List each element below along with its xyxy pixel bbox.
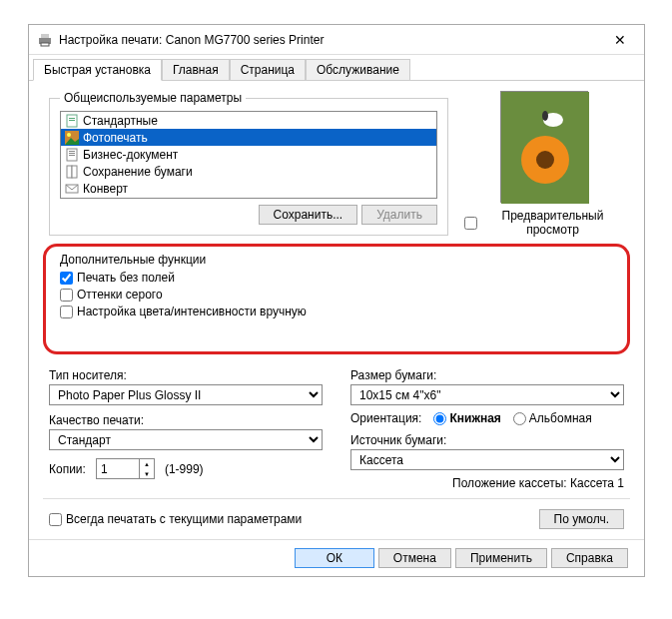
always-print-checkbox[interactable] xyxy=(49,513,62,526)
portrait-radio[interactable] xyxy=(433,412,446,425)
delete-profile-button[interactable]: Удалить xyxy=(361,205,437,225)
copies-label: Копии: xyxy=(49,462,86,476)
ok-button[interactable]: ОК xyxy=(295,548,374,568)
preview-thumbnail xyxy=(500,91,588,203)
printer-icon xyxy=(37,32,53,48)
svg-point-7 xyxy=(67,133,71,137)
quality-label: Качество печати: xyxy=(49,413,323,427)
preview-checkbox-row[interactable]: Предварительный просмотр xyxy=(464,209,624,237)
preview-column: Предварительный просмотр xyxy=(464,91,624,240)
list-item-label: Сохранение бумаги xyxy=(83,165,193,179)
tab-maintenance[interactable]: Обслуживание xyxy=(306,59,410,80)
quality-select[interactable]: Стандарт xyxy=(49,429,323,450)
copies-input[interactable] xyxy=(97,459,139,478)
apply-button[interactable]: Применить xyxy=(455,548,547,568)
manual-color-checkbox[interactable] xyxy=(60,306,73,318)
list-item[interactable]: Бизнес-документ xyxy=(61,146,436,163)
landscape-radio[interactable] xyxy=(513,412,526,425)
cassette-status: Положение кассеты: Кассета 1 xyxy=(350,476,624,490)
svg-rect-5 xyxy=(69,120,75,121)
tab-page[interactable]: Страница xyxy=(230,59,306,80)
copies-spinner[interactable]: ▲▼ xyxy=(96,458,155,479)
separator xyxy=(43,498,630,499)
preview-checkbox-label: Предварительный просмотр xyxy=(481,209,624,237)
envelope-icon xyxy=(65,182,79,196)
svg-rect-2 xyxy=(41,43,49,46)
orientation-label: Ориентация: xyxy=(350,411,421,425)
landscape-radio-row[interactable]: Альбомная xyxy=(513,411,592,425)
svg-rect-1 xyxy=(41,34,49,38)
paper-size-label: Размер бумаги: xyxy=(350,368,624,382)
svg-rect-10 xyxy=(69,153,75,154)
profiles-listbox[interactable]: Стандартные Фотопечать Бизнес-документ xyxy=(60,111,437,199)
list-item-label: Конверт xyxy=(83,182,128,196)
borderless-checkbox[interactable] xyxy=(60,272,73,285)
additional-features-group: Дополнительные функции Печать без полей … xyxy=(43,244,630,354)
tab-quick-setup[interactable]: Быстрая установка xyxy=(33,59,162,81)
svg-rect-11 xyxy=(69,155,75,156)
profiles-fieldset: Общеиспользуемые параметры Стандартные Ф… xyxy=(49,91,448,236)
preview-checkbox[interactable] xyxy=(464,217,477,230)
tab-content: Общеиспользуемые параметры Стандартные Ф… xyxy=(29,81,644,539)
document-icon xyxy=(65,114,79,128)
list-item-label: Фотопечать xyxy=(83,131,148,145)
defaults-button[interactable]: По умолч. xyxy=(539,509,624,529)
list-item-label: Стандартные xyxy=(83,114,158,128)
feature-checkbox-row[interactable]: Настройка цвета/интенсивности вручную xyxy=(60,305,613,318)
help-button[interactable]: Справка xyxy=(551,548,628,568)
dialog-footer: ОК Отмена Применить Справка xyxy=(29,539,644,576)
paper-save-icon xyxy=(65,165,79,179)
svg-rect-4 xyxy=(69,118,75,119)
feature-label: Оттенки серого xyxy=(77,288,163,302)
svg-rect-12 xyxy=(67,166,72,178)
feature-checkbox-row[interactable]: Оттенки серого xyxy=(60,288,613,302)
svg-point-17 xyxy=(536,151,554,169)
cancel-button[interactable]: Отмена xyxy=(378,548,451,568)
profiles-legend: Общеиспользуемые параметры xyxy=(60,91,246,105)
window-title: Настройка печати: Canon MG7700 series Pr… xyxy=(59,33,604,47)
always-print-checkbox-row[interactable]: Всегда печатать с текущими параметрами xyxy=(49,512,302,526)
media-type-label: Тип носителя: xyxy=(49,368,323,382)
spinner-up[interactable]: ▲ xyxy=(140,459,154,469)
list-item[interactable]: Стандартные xyxy=(61,112,436,129)
paper-size-select[interactable]: 10x15 см 4"x6" xyxy=(350,384,624,405)
spinner-down[interactable]: ▼ xyxy=(140,469,154,479)
list-item[interactable]: Сохранение бумаги xyxy=(61,163,436,180)
portrait-radio-row[interactable]: Книжная xyxy=(433,411,500,425)
portrait-label: Книжная xyxy=(449,411,500,425)
landscape-label: Альбомная xyxy=(529,411,592,425)
photo-icon xyxy=(65,131,79,145)
always-print-label: Всегда печатать с текущими параметрами xyxy=(66,512,302,526)
svg-rect-9 xyxy=(69,151,75,152)
business-doc-icon xyxy=(65,148,79,162)
grayscale-checkbox[interactable] xyxy=(60,289,73,302)
paper-source-select[interactable]: Кассета xyxy=(350,449,624,470)
svg-rect-13 xyxy=(72,166,77,178)
tab-strip: Быстрая установка Главная Страница Обслу… xyxy=(29,55,644,81)
list-item-label: Бизнес-документ xyxy=(83,148,178,162)
svg-point-19 xyxy=(542,111,548,121)
feature-label: Печать без полей xyxy=(77,271,175,285)
media-type-select[interactable]: Photo Paper Plus Glossy II xyxy=(49,384,323,405)
list-item[interactable]: Конверт xyxy=(61,180,436,197)
features-legend: Дополнительные функции xyxy=(60,253,613,267)
feature-label: Настройка цвета/интенсивности вручную xyxy=(77,305,307,318)
copies-range: (1-999) xyxy=(165,462,204,476)
list-item[interactable]: Фотопечать xyxy=(61,129,436,146)
paper-source-label: Источник бумаги: xyxy=(350,433,624,447)
tab-main[interactable]: Главная xyxy=(162,59,230,80)
print-settings-window: Настройка печати: Canon MG7700 series Pr… xyxy=(28,24,645,577)
feature-checkbox-row[interactable]: Печать без полей xyxy=(60,271,613,285)
close-button[interactable]: ✕ xyxy=(604,28,636,52)
titlebar: Настройка печати: Canon MG7700 series Pr… xyxy=(29,25,644,55)
save-profile-button[interactable]: Сохранить... xyxy=(259,205,358,225)
